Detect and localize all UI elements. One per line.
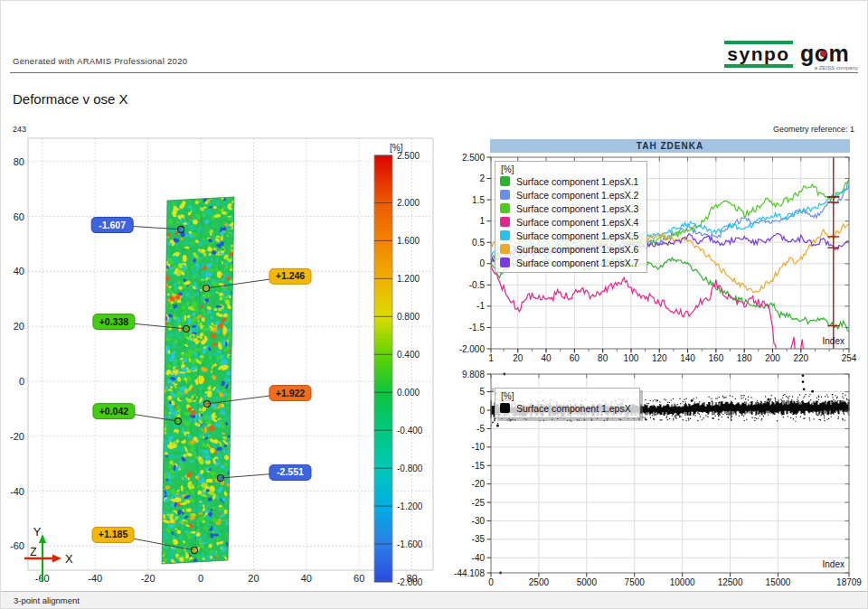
svg-text:Index: Index bbox=[823, 336, 844, 346]
svg-text:40: 40 bbox=[541, 353, 552, 363]
svg-text:-20: -20 bbox=[10, 431, 24, 442]
svg-text:2: 2 bbox=[479, 173, 485, 183]
legend-entry[interactable]: Surface component 1.epsX.5 bbox=[500, 229, 638, 242]
svg-text:0: 0 bbox=[479, 406, 485, 416]
svg-text:60: 60 bbox=[14, 211, 24, 222]
svg-text:120: 120 bbox=[652, 353, 667, 363]
svg-text:-44.108: -44.108 bbox=[454, 568, 485, 578]
status-bar: 3-point alignment bbox=[1, 591, 868, 609]
top-chart-title-bar: TAH ZDENKA bbox=[490, 139, 850, 153]
svg-text:1: 1 bbox=[488, 353, 494, 363]
svg-text:0.000: 0.000 bbox=[397, 388, 420, 398]
page-title: Deformace v ose X bbox=[13, 91, 128, 107]
svg-text:2.500: 2.500 bbox=[462, 153, 485, 163]
top-chart-legend: [%]Surface component 1.epsX.1Surface com… bbox=[495, 161, 647, 273]
svg-text:-40: -40 bbox=[472, 553, 486, 563]
svg-text:+1.246: +1.246 bbox=[276, 270, 306, 281]
svg-text:-30: -30 bbox=[472, 516, 486, 526]
legend-swatch-icon bbox=[500, 230, 510, 240]
svg-text:1.600: 1.600 bbox=[397, 236, 420, 246]
svg-text:-5: -5 bbox=[476, 424, 485, 434]
svg-text:-60: -60 bbox=[10, 540, 24, 551]
svg-text:-2.000: -2.000 bbox=[397, 577, 423, 587]
svg-text:0: 0 bbox=[198, 573, 203, 584]
outlier-point bbox=[496, 425, 499, 427]
svg-text:7500: 7500 bbox=[625, 577, 646, 587]
legend-entry-label: Surface component 1.epsX.1 bbox=[516, 176, 638, 187]
synpo-logo-text: synpo bbox=[724, 44, 793, 64]
legend-swatch-icon bbox=[500, 244, 510, 254]
svg-text:2.500: 2.500 bbox=[397, 151, 420, 161]
svg-text:-25: -25 bbox=[472, 498, 486, 508]
svg-text:-40: -40 bbox=[10, 486, 24, 497]
svg-text:-1.607: -1.607 bbox=[99, 220, 126, 230]
svg-text:254: 254 bbox=[842, 353, 857, 363]
svg-text:60: 60 bbox=[570, 353, 580, 363]
svg-text:+1.185: +1.185 bbox=[99, 529, 128, 539]
gom-logo-red-dot-icon bbox=[820, 51, 826, 57]
svg-text:18709: 18709 bbox=[836, 577, 862, 587]
legend-entry-label: Surface component 1.epsX.5 bbox=[516, 230, 638, 241]
svg-text:+1.922: +1.922 bbox=[276, 388, 306, 398]
svg-text:-2.000: -2.000 bbox=[459, 344, 486, 354]
svg-text:140: 140 bbox=[680, 353, 695, 363]
svg-text:+0.338: +0.338 bbox=[99, 316, 129, 327]
svg-text:Index: Index bbox=[823, 559, 844, 569]
svg-text:5: 5 bbox=[479, 387, 485, 397]
svg-text:15000: 15000 bbox=[766, 577, 791, 587]
outlier-point bbox=[802, 380, 805, 383]
gom-logo: gom a ZEISS company bbox=[800, 42, 858, 70]
outlier-point bbox=[768, 398, 770, 401]
svg-text:1: 1 bbox=[479, 216, 485, 226]
svg-text:-40: -40 bbox=[88, 573, 102, 584]
svg-text:9.808: 9.808 bbox=[462, 370, 485, 379]
svg-text:-0.400: -0.400 bbox=[397, 426, 423, 436]
legend-entry[interactable]: Surface component 1.epsX.7 bbox=[500, 256, 638, 269]
legend-entry-label: Surface component 1.epsX.3 bbox=[516, 203, 638, 214]
svg-text:40: 40 bbox=[14, 266, 24, 276]
svg-text:0.400: 0.400 bbox=[397, 350, 420, 360]
svg-text:60: 60 bbox=[354, 573, 364, 584]
svg-text:10000: 10000 bbox=[670, 577, 695, 587]
legend-entry[interactable]: Surface component 1.epsX bbox=[500, 401, 631, 415]
svg-text:-15: -15 bbox=[472, 461, 486, 471]
svg-text:0: 0 bbox=[19, 376, 24, 387]
svg-text:200: 200 bbox=[765, 353, 780, 363]
svg-text:-1.600: -1.600 bbox=[397, 539, 423, 549]
legend-entry[interactable]: Surface component 1.epsX.3 bbox=[500, 201, 638, 215]
legend-unit-label: [%] bbox=[500, 390, 631, 401]
svg-text:20: 20 bbox=[248, 573, 259, 584]
svg-text:12500: 12500 bbox=[718, 577, 743, 587]
legend-unit-label: [%] bbox=[500, 164, 638, 174]
legend-swatch-icon bbox=[500, 258, 510, 267]
legend-entry[interactable]: Surface component 1.epsX.1 bbox=[500, 174, 638, 188]
legend-entry[interactable]: Surface component 1.epsX.6 bbox=[500, 242, 638, 256]
svg-text:180: 180 bbox=[737, 353, 752, 363]
outlier-point bbox=[802, 374, 805, 377]
svg-text:-1.5: -1.5 bbox=[469, 323, 486, 333]
svg-text:2500: 2500 bbox=[529, 577, 550, 587]
outlier-point bbox=[691, 399, 693, 402]
svg-text:40: 40 bbox=[301, 573, 312, 584]
svg-text:100: 100 bbox=[624, 353, 639, 363]
legend-entry-label: Surface component 1.epsX bbox=[516, 403, 631, 414]
legend-swatch-icon bbox=[500, 203, 510, 213]
svg-text:20: 20 bbox=[513, 353, 524, 363]
legend-swatch-icon bbox=[500, 190, 510, 200]
svg-text:160: 160 bbox=[709, 353, 724, 363]
svg-text:-35: -35 bbox=[472, 534, 486, 544]
svg-text:2.000: 2.000 bbox=[397, 198, 420, 208]
legend-swatch-icon bbox=[500, 217, 510, 227]
synpo-logo-bar-bottom bbox=[724, 64, 793, 68]
svg-text:-20: -20 bbox=[141, 573, 156, 584]
legend-entry-label: Surface component 1.epsX.7 bbox=[516, 258, 638, 268]
deformation-map-panel: 806040200-20-40-60-60-40-20020406080-1.6… bbox=[1, 127, 453, 590]
legend-entry[interactable]: Surface component 1.epsX.2 bbox=[500, 188, 638, 201]
svg-text:-0.800: -0.800 bbox=[397, 464, 423, 473]
svg-text:-2.551: -2.551 bbox=[277, 466, 304, 477]
header-divider bbox=[10, 72, 858, 73]
svg-text:Z: Z bbox=[30, 546, 36, 558]
legend-swatch-icon bbox=[500, 403, 510, 413]
legend-entry[interactable]: Surface component 1.epsX.4 bbox=[500, 215, 638, 229]
svg-text:-0.5: -0.5 bbox=[469, 280, 486, 290]
